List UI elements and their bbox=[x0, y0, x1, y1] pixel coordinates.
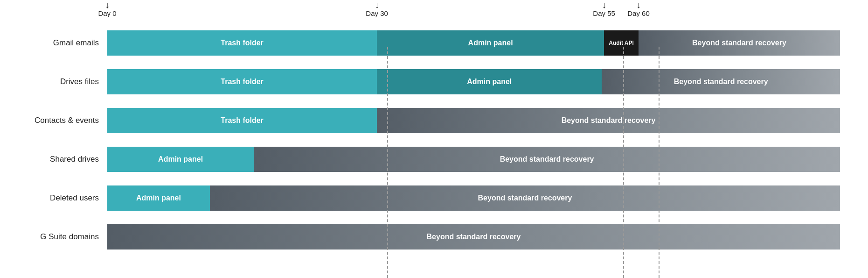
day60-arrow: ↓ bbox=[636, 0, 641, 9]
day30-marker: ↓ Day 30 bbox=[366, 0, 388, 17]
row-gsuite-bars: Beyond standard recovery bbox=[107, 224, 840, 249]
shared-admin-segment: Admin panel bbox=[107, 147, 254, 172]
shared-beyond-segment: Beyond standard recovery bbox=[254, 147, 840, 172]
deleted-admin-segment: Admin panel bbox=[107, 185, 210, 211]
day60-marker: ↓ Day 60 bbox=[627, 0, 650, 17]
chart-container: ↓ Day 0 ↓ Day 30 ↓ Day 55 ↓ Day 60 Gmail… bbox=[0, 0, 868, 278]
contacts-trash-segment: Trash folder bbox=[107, 108, 377, 133]
day30-arrow: ↓ bbox=[375, 0, 379, 9]
dashed-line-day55 bbox=[623, 47, 624, 278]
day60-label: Day 60 bbox=[627, 9, 650, 17]
row-deleted-label: Deleted users bbox=[0, 193, 107, 203]
row-deleted-bars: Admin panel Beyond standard recovery bbox=[107, 185, 840, 211]
timeline-header: ↓ Day 0 ↓ Day 30 ↓ Day 55 ↓ Day 60 bbox=[107, 0, 840, 23]
row-gsuite: G Suite domains Beyond standard recovery bbox=[0, 217, 868, 256]
drives-beyond-segment: Beyond standard recovery bbox=[602, 69, 840, 94]
gsuite-beyond-segment: Beyond standard recovery bbox=[107, 224, 840, 249]
row-gsuite-label: G Suite domains bbox=[0, 232, 107, 242]
day55-arrow: ↓ bbox=[602, 0, 606, 9]
row-deleted: Deleted users Admin panel Beyond standar… bbox=[0, 178, 868, 217]
day30-label: Day 30 bbox=[366, 9, 388, 17]
day0-marker: ↓ Day 0 bbox=[98, 0, 116, 17]
day55-label: Day 55 bbox=[593, 9, 615, 17]
row-shared-label: Shared drives bbox=[0, 155, 107, 164]
contacts-beyond-segment: Beyond standard recovery bbox=[377, 108, 840, 133]
row-contacts: Contacts & events Trash folder Beyond st… bbox=[0, 101, 868, 140]
row-drives: Drives files Trash folder Admin panel Be… bbox=[0, 62, 868, 101]
row-drives-label: Drives files bbox=[0, 77, 107, 86]
row-shared-bars: Admin panel Beyond standard recovery bbox=[107, 147, 840, 172]
dashed-line-day60 bbox=[659, 47, 660, 278]
day0-arrow: ↓ bbox=[105, 0, 110, 9]
row-drives-bars: Trash folder Admin panel Beyond standard… bbox=[107, 69, 840, 94]
day0-label: Day 0 bbox=[98, 9, 116, 17]
row-contacts-bars: Trash folder Beyond standard recovery bbox=[107, 108, 840, 133]
row-gmail: Gmail emails Trash folder Admin panel Au… bbox=[0, 23, 868, 62]
drives-trash-segment: Trash folder bbox=[107, 69, 377, 94]
row-shared: Shared drives Admin panel Beyond standar… bbox=[0, 140, 868, 178]
deleted-beyond-segment: Beyond standard recovery bbox=[210, 185, 840, 211]
row-gmail-label: Gmail emails bbox=[0, 38, 107, 48]
row-contacts-label: Contacts & events bbox=[0, 116, 107, 125]
row-gmail-bars: Trash folder Admin panel Audit API Beyon… bbox=[107, 30, 840, 56]
gmail-beyond-segment: Beyond standard recovery bbox=[639, 30, 840, 56]
gmail-audit-segment: Audit API bbox=[604, 30, 639, 56]
rows-container: Gmail emails Trash folder Admin panel Au… bbox=[0, 23, 868, 278]
dashed-line-day30 bbox=[387, 47, 388, 278]
drives-admin-segment: Admin panel bbox=[377, 69, 602, 94]
day55-marker: ↓ Day 55 bbox=[593, 0, 615, 17]
gmail-admin-segment: Admin panel bbox=[377, 30, 604, 56]
gmail-trash-segment: Trash folder bbox=[107, 30, 377, 56]
